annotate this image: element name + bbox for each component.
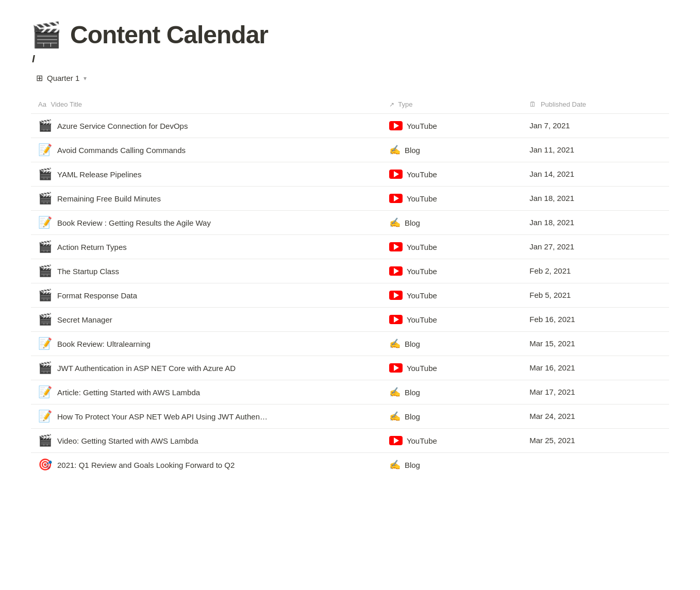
table-row[interactable]: 📝 Avoid Commands Calling Commands ✍️ Blo… bbox=[31, 138, 669, 162]
type-label: Blog bbox=[405, 461, 420, 469]
table-row[interactable]: 📝 Book Review: Ultralearning ✍️ Blog Mar… bbox=[31, 332, 669, 356]
type-label: YouTube bbox=[407, 315, 437, 324]
row-title: 2021: Q1 Review and Goals Looking Forwar… bbox=[57, 461, 235, 469]
row-title: Secret Manager bbox=[57, 315, 112, 324]
youtube-icon bbox=[389, 315, 403, 324]
type-label: Blog bbox=[405, 388, 420, 397]
table-row[interactable]: 🎬 Action Return Types YouTube Jan 27, 20… bbox=[31, 235, 669, 259]
type-label: YouTube bbox=[407, 267, 437, 276]
title-cell: 🎬 Secret Manager bbox=[31, 308, 382, 332]
row-title: The Startup Class bbox=[57, 267, 119, 276]
published-date: Jan 18, 2021 bbox=[529, 194, 574, 203]
title-cell: 🎬 The Startup Class bbox=[31, 259, 382, 283]
row-title: Avoid Commands Calling Commands bbox=[57, 146, 186, 155]
table-row[interactable]: 🎬 YAML Release Pipelines YouTube Jan 14,… bbox=[31, 162, 669, 187]
film-icon: 🎬 bbox=[38, 264, 52, 278]
type-cell: YouTube bbox=[389, 194, 515, 203]
view-selector[interactable]: ⊞ Quarter 1 ▾ bbox=[31, 71, 92, 85]
type-cell-td: ✍️ Blog bbox=[382, 404, 522, 429]
blog-icon: 📝 bbox=[38, 216, 52, 229]
type-cell-td: YouTube bbox=[382, 114, 522, 138]
title-col-label: Video Title bbox=[51, 100, 82, 108]
type-cell-td: ✍️ Blog bbox=[382, 453, 522, 477]
film-icon: 🎬 bbox=[38, 119, 52, 132]
special-icon: 🎯 bbox=[38, 458, 52, 471]
row-title: Action Return Types bbox=[57, 243, 127, 251]
published-date: Mar 16, 2021 bbox=[529, 363, 575, 372]
title-cell: 🎬 Video: Getting Started with AWS Lambda bbox=[31, 429, 382, 453]
type-col-label: Type bbox=[398, 100, 412, 108]
film-icon: 🎬 bbox=[38, 167, 52, 181]
date-cell: Mar 17, 2021 bbox=[522, 380, 669, 404]
table-row[interactable]: 🎬 Remaining Free Build Minutes YouTube J… bbox=[31, 187, 669, 211]
col-header-date: 🗓 Published Date bbox=[522, 95, 669, 114]
title-cell: 📝 How To Protect Your ASP NET Web API Us… bbox=[31, 404, 382, 429]
row-title: How To Protect Your ASP NET Web API Usin… bbox=[57, 412, 268, 421]
type-label: YouTube bbox=[407, 291, 437, 300]
title-col-icon: Aa bbox=[38, 100, 46, 108]
table-row[interactable]: 🎬 Video: Getting Started with AWS Lambda… bbox=[31, 429, 669, 453]
published-date: Mar 15, 2021 bbox=[529, 339, 575, 348]
table-row[interactable]: 🎬 The Startup Class YouTube Feb 2, 2021 bbox=[31, 259, 669, 283]
table-row[interactable]: 🎯 2021: Q1 Review and Goals Looking Forw… bbox=[31, 453, 669, 477]
film-icon: 🎬 bbox=[38, 192, 52, 205]
type-cell-td: YouTube bbox=[382, 356, 522, 380]
type-label: YouTube bbox=[407, 122, 437, 130]
type-cell: ✍️ Blog bbox=[389, 144, 515, 156]
table-header-row: Aa Video Title ↗ Type 🗓 Published Date bbox=[31, 95, 669, 114]
published-date: Jan 7, 2021 bbox=[529, 121, 570, 130]
text-cursor: I bbox=[32, 53, 35, 65]
table-row[interactable]: 📝 Book Review : Getting Results the Agil… bbox=[31, 211, 669, 235]
title-cell: 🎯 2021: Q1 Review and Goals Looking Forw… bbox=[31, 453, 382, 477]
title-cell: 🎬 Azure Service Connection for DevOps bbox=[31, 114, 382, 138]
type-cell: ✍️ Blog bbox=[389, 386, 515, 398]
type-label: YouTube bbox=[407, 436, 437, 445]
youtube-icon bbox=[389, 291, 403, 300]
published-date: Jan 18, 2021 bbox=[529, 218, 574, 227]
table-row[interactable]: 🎬 Secret Manager YouTube Feb 16, 2021 bbox=[31, 308, 669, 332]
blog-icon: 📝 bbox=[38, 337, 52, 350]
blog-type-icon: ✍️ bbox=[389, 338, 401, 349]
title-cell: 📝 Article: Getting Started with AWS Lamb… bbox=[31, 380, 382, 404]
published-date: Jan 11, 2021 bbox=[529, 145, 574, 154]
date-cell: Feb 2, 2021 bbox=[522, 259, 669, 283]
published-date: Mar 17, 2021 bbox=[529, 387, 575, 396]
youtube-icon bbox=[389, 266, 403, 276]
row-title: Azure Service Connection for DevOps bbox=[57, 122, 188, 130]
blog-type-icon: ✍️ bbox=[389, 411, 401, 422]
table-row[interactable]: 🎬 Format Response Data YouTube Feb 5, 20… bbox=[31, 283, 669, 308]
row-title: Format Response Data bbox=[57, 291, 137, 300]
table-row[interactable]: 📝 Article: Getting Started with AWS Lamb… bbox=[31, 380, 669, 404]
date-col-icon: 🗓 bbox=[529, 100, 536, 108]
col-header-title: Aa Video Title bbox=[31, 95, 382, 114]
table-row[interactable]: 📝 How To Protect Your ASP NET Web API Us… bbox=[31, 404, 669, 429]
youtube-icon bbox=[389, 170, 403, 179]
title-cell: 📝 Avoid Commands Calling Commands bbox=[31, 138, 382, 162]
blog-icon: 📝 bbox=[38, 410, 52, 423]
film-icon: 🎬 bbox=[38, 289, 52, 302]
type-cell-td: ✍️ Blog bbox=[382, 211, 522, 235]
type-cell-td: ✍️ Blog bbox=[382, 380, 522, 404]
type-label: YouTube bbox=[407, 170, 437, 179]
film-icon: 🎬 bbox=[38, 240, 52, 254]
title-cell: 📝 Book Review: Ultralearning bbox=[31, 332, 382, 356]
type-cell: YouTube bbox=[389, 315, 515, 324]
type-col-icon: ↗ bbox=[389, 101, 394, 108]
title-cell: 🎬 YAML Release Pipelines bbox=[31, 162, 382, 187]
blog-icon: 📝 bbox=[38, 385, 52, 399]
type-cell-td: YouTube bbox=[382, 235, 522, 259]
row-title: Book Review : Getting Results the Agile … bbox=[57, 218, 211, 227]
published-date: Feb 2, 2021 bbox=[529, 266, 571, 275]
date-cell: Mar 16, 2021 bbox=[522, 356, 669, 380]
youtube-icon bbox=[389, 121, 403, 130]
table-row[interactable]: 🎬 Azure Service Connection for DevOps Yo… bbox=[31, 114, 669, 138]
youtube-icon bbox=[389, 363, 403, 373]
published-date: Jan 27, 2021 bbox=[529, 242, 574, 251]
type-cell: ✍️ Blog bbox=[389, 338, 515, 349]
table-row[interactable]: 🎬 JWT Authentication in ASP NET Core wit… bbox=[31, 356, 669, 380]
published-date: Feb 16, 2021 bbox=[529, 315, 575, 324]
chevron-down-icon: ▾ bbox=[84, 75, 87, 82]
type-cell-td: YouTube bbox=[382, 259, 522, 283]
type-cell: YouTube bbox=[389, 436, 515, 445]
title-cell: 🎬 Action Return Types bbox=[31, 235, 382, 259]
